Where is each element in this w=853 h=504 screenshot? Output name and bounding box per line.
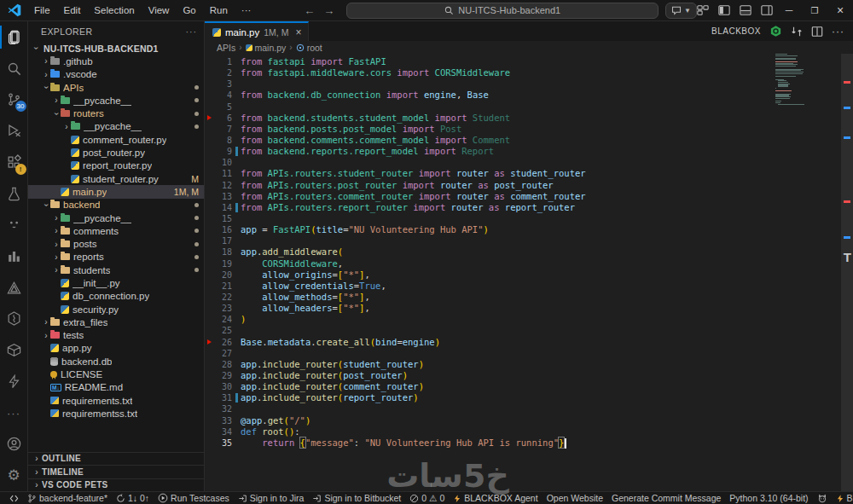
status-remote[interactable] — [5, 492, 23, 504]
code-line-20[interactable]: 20 allow_origins=["*"], — [205, 269, 841, 281]
status-blackboxai-open-chat[interactable]: BLACKBOXAI: Open Chat — [832, 492, 853, 504]
menu-edit[interactable]: Edit — [58, 3, 87, 17]
vscode-pets-icon[interactable] — [0, 209, 28, 240]
status-sign-in-to-jira[interactable]: Sign in to Jira — [234, 492, 309, 504]
status-cat[interactable] — [813, 492, 832, 504]
code-line-4[interactable]: 4from backend.db_connection import engin… — [205, 90, 841, 101]
code-line-34[interactable]: 34def root(): — [205, 426, 841, 437]
chart-extension-icon[interactable] — [0, 240, 28, 272]
tree-item-backend-db[interactable]: backend.db — [28, 355, 204, 368]
tree-item--pycache-[interactable]: ›__pycache__ — [28, 94, 204, 107]
code-line-3[interactable]: 3 — [205, 78, 841, 90]
tree-item-nu-itcs-hub-backend1[interactable]: ›NU-ITCS-HUB-BACKEND1 — [28, 42, 204, 55]
code-line-5[interactable]: 5 — [205, 101, 841, 113]
status-0-0[interactable]: 0 ⚠ 0 — [405, 492, 449, 504]
command-center-search[interactable]: NU-ITCS-Hub-backend1 — [346, 3, 659, 19]
tree-item-apis[interactable]: ›APIs — [28, 81, 204, 94]
code-line-21[interactable]: 21 allow_credentials=True, — [205, 281, 841, 292]
tree-item-main-py[interactable]: main.py1M, M — [28, 185, 204, 198]
code-line-29[interactable]: 29app.include_router(post_router) — [205, 370, 841, 381]
code-line-13[interactable]: 13from APIs.routers.comment_router impor… — [205, 191, 841, 202]
code-line-28[interactable]: 28app.include_router(student_router) — [205, 359, 841, 370]
code-line-10[interactable]: 10 — [205, 157, 841, 168]
code-line-33[interactable]: 33@app.get("/") — [205, 415, 841, 426]
toggle-secondary-sidebar-icon[interactable] — [761, 4, 773, 16]
status-backend-feature[interactable]: backend-feature* — [23, 492, 112, 504]
code-line-19[interactable]: 19 CORSMiddleware, — [205, 258, 841, 269]
tree-item-license[interactable]: LICENSE — [28, 368, 204, 380]
code-line-6[interactable]: 6from backend.students.student_model imp… — [205, 113, 841, 124]
overview-ruler-scrollbar[interactable] — [841, 54, 853, 491]
status-1-0[interactable]: 1↓ 0↑ — [112, 492, 154, 504]
code-line-8[interactable]: 8from backend.comments.comment_model imp… — [205, 135, 841, 146]
menu-selection[interactable]: Selection — [88, 3, 140, 17]
source-control-icon[interactable]: 30 — [0, 84, 28, 115]
section-timeline[interactable]: ›TIMELINE — [28, 465, 204, 478]
code-line-25[interactable]: 25 — [205, 325, 841, 336]
tree-item--pycache-[interactable]: ›__pycache__ — [28, 211, 204, 224]
menu-view[interactable]: View — [142, 3, 176, 17]
code-line-26[interactable]: 26Base.metadata.create_all(bind=engine) — [205, 337, 841, 348]
tree-item-comment-router-py[interactable]: comment_router.py — [28, 133, 204, 146]
tree-item-post-router-py[interactable]: post_router.py — [28, 146, 204, 159]
tree-item-routers[interactable]: ›routers — [28, 107, 204, 119]
menu-go[interactable]: Go — [177, 3, 201, 17]
tree-item-reports[interactable]: ›reports — [28, 251, 204, 264]
tree-item--init-py[interactable]: __init__.py — [28, 276, 204, 289]
tree-item-extra-files[interactable]: ›extra_files — [28, 316, 204, 328]
blackbox-hexagon-icon[interactable] — [769, 25, 782, 38]
settings-gear-icon[interactable]: ⚙ — [0, 460, 28, 491]
code-line-32[interactable]: 32 — [205, 403, 841, 414]
code-line-22[interactable]: 22 allow_methods=["*"], — [205, 292, 841, 303]
code-line-14[interactable]: 14from APIs.routers.report_router import… — [205, 202, 841, 213]
tree-item-app-py[interactable]: app.py — [28, 342, 204, 355]
menu-[interactable]: ··· — [235, 3, 258, 17]
tab-main-py[interactable]: main.py 1M, M × — [205, 21, 309, 41]
minimap[interactable] — [775, 54, 814, 107]
copilot-chat-button[interactable]: ▼ — [665, 3, 697, 19]
status-blackbox-agent[interactable]: BLACKBOX Agent — [449, 492, 542, 504]
tree-item-security-py[interactable]: security.py — [28, 303, 204, 316]
status-open-website[interactable]: Open Website — [543, 492, 607, 504]
explorer-more-actions[interactable]: ··· — [186, 26, 198, 37]
toggle-sidebar-icon[interactable] — [718, 4, 730, 16]
more-views-icon[interactable]: ··· — [0, 397, 28, 429]
code-line-18[interactable]: 18app.add_middleware( — [205, 246, 841, 258]
code-line-15[interactable]: 15 — [205, 213, 841, 224]
tree-item-requirementss-txt[interactable]: requirementss.txt — [28, 407, 204, 420]
code-line-2[interactable]: 2from fastapi.middleware.cors import COR… — [205, 67, 841, 78]
open-changes-icon[interactable] — [791, 26, 803, 38]
tree-item--vscode[interactable]: ›.vscode — [28, 68, 204, 81]
customize-layout-icon[interactable] — [697, 4, 709, 16]
menu-run[interactable]: Run — [204, 3, 234, 17]
split-editor-icon[interactable] — [811, 26, 823, 38]
editor-more-actions-icon[interactable]: ··· — [832, 26, 844, 38]
code-line-16[interactable]: 16app = FastAPI(title="NU Volunteering H… — [205, 224, 841, 235]
tree-item--github[interactable]: ›.github — [28, 55, 204, 67]
status-python-3-10-64-bit[interactable]: Python 3.10 (64-bit) — [725, 492, 812, 504]
forward-button[interactable]: → — [323, 4, 334, 17]
status-sign-in-to-bitbucket[interactable]: Sign in to Bitbucket — [308, 492, 405, 504]
code-line-27[interactable]: 27 — [205, 348, 841, 359]
tree-item-comments[interactable]: ›comments — [28, 224, 204, 237]
code-line-17[interactable]: 17 — [205, 235, 841, 246]
code-line-23[interactable]: 23 allow_headers=["*"], — [205, 303, 841, 314]
code-editor[interactable]: 1from fastapi import FastAPI2from fastap… — [205, 54, 841, 491]
maximize-button[interactable]: ❐ — [802, 0, 827, 21]
code-line-31[interactable]: 31app.include_router(report_router) — [205, 392, 841, 403]
code-line-1[interactable]: 1from fastapi import FastAPI — [205, 56, 841, 67]
search-view-icon[interactable] — [0, 53, 28, 84]
minimize-button[interactable]: ─ — [776, 0, 802, 21]
code-line-12[interactable]: 12from APIs.routers.post_router import r… — [205, 180, 841, 191]
code-line-24[interactable]: 24) — [205, 314, 841, 325]
explorer-icon[interactable] — [0, 21, 28, 53]
tree-item-student-router-py[interactable]: student_router.pyM — [28, 172, 204, 185]
tree-item-db-connection-py[interactable]: db_connection.py — [28, 290, 204, 303]
code-line-9[interactable]: 9from backend.reports.report_model impor… — [205, 146, 841, 157]
tree-item--pycache-[interactable]: ›__pycache__ — [28, 120, 204, 133]
breadcrumb-folder[interactable]: APIs — [217, 43, 235, 53]
blackbox-bolt-icon[interactable] — [0, 366, 28, 397]
close-button[interactable]: × — [827, 0, 853, 21]
section-outline[interactable]: ›OUTLINE — [28, 452, 204, 466]
tree-item-posts[interactable]: ›posts — [28, 237, 204, 250]
